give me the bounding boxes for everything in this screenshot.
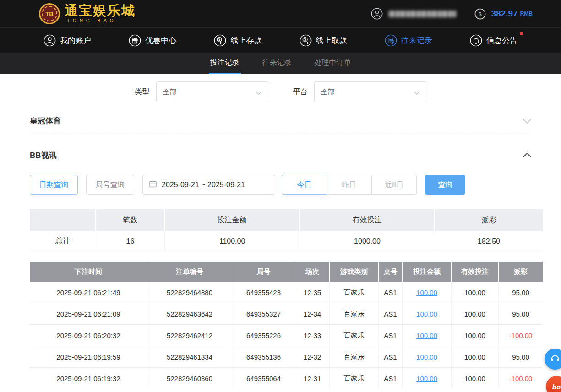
yesterday-button[interactable]: 昨日: [327, 175, 372, 195]
calendar-icon: [149, 180, 157, 190]
gift-icon: [129, 34, 141, 47]
valid-bet-cell: 100.00: [452, 325, 499, 346]
table-no-cell: AS1: [379, 282, 403, 303]
platform-select[interactable]: 全部: [314, 81, 426, 102]
platform-select-value: 全部: [321, 88, 335, 97]
payout-value: -100.00: [499, 325, 543, 346]
section-title: 皇冠体育: [30, 116, 61, 126]
section-crown-sports[interactable]: 皇冠体育: [30, 108, 531, 134]
nav-item-deposit[interactable]: $ 线上存款: [214, 34, 261, 47]
bet-amount-link[interactable]: 100.00: [416, 310, 437, 318]
column-header: 场次: [295, 262, 330, 282]
deposit-icon: $: [214, 34, 226, 47]
search-button[interactable]: 查询: [425, 175, 465, 195]
bet-amount-link[interactable]: 100.00: [416, 332, 437, 339]
chevron-down-icon[interactable]: [523, 117, 531, 125]
bet-amount-link[interactable]: 100.00: [416, 289, 437, 296]
column-header: 桌号: [379, 262, 403, 282]
valid-bet-cell: 100.00: [452, 303, 499, 325]
last-8-days-button[interactable]: 近8日: [371, 175, 417, 195]
chevron-down-icon: [256, 88, 261, 96]
summary-table: 笔数 投注金额 有效投注 派彩 总计 16 1100.00 1000.00 18…: [30, 209, 531, 252]
nav-item-announcements[interactable]: 信息公告: [470, 34, 517, 47]
summary-corner-cell: [30, 209, 96, 231]
bet-amount-cell: 100.00: [403, 346, 452, 368]
logo-chip-label: TB: [45, 11, 53, 17]
withdraw-icon: $: [300, 34, 312, 47]
filter-row: 类型 全部 平台 全部: [0, 74, 561, 108]
nav-label: 线上取款: [316, 35, 347, 46]
balance-amount: 382.97: [491, 9, 518, 19]
payout-value: -100.00: [499, 368, 543, 389]
date-query-button[interactable]: 日期查询: [30, 175, 78, 195]
logo-subtitle: TONG BAO: [65, 19, 136, 23]
payout-value: 95.00: [499, 282, 543, 303]
round-query-button[interactable]: 局号查询: [86, 175, 134, 195]
summary-header: 派彩: [435, 209, 543, 231]
section-title: BB视讯: [30, 150, 57, 161]
summary-header: 笔数: [96, 209, 165, 231]
bet-time-cell: 2025-09-21 06:20:32: [30, 325, 147, 346]
nav-item-transaction-records[interactable]: 往来记录: [385, 34, 432, 47]
platform-filter-label: 平台: [293, 87, 308, 97]
round-no-cell: 649355327: [232, 303, 295, 325]
section-bb-video[interactable]: BB视讯: [30, 134, 531, 171]
notification-dot: [520, 32, 523, 35]
svg-text:$: $: [218, 38, 221, 42]
nav-item-withdraw[interactable]: $ 线上取款: [300, 34, 347, 47]
nav-label: 信息公告: [486, 35, 517, 46]
sub-tab-bar: 投注记录 往来记录 处理中订单: [0, 53, 561, 74]
column-header: 派彩: [499, 262, 543, 282]
query-controls: 日期查询 局号查询 2025-09-21 ~ 2025-09-21 今日 昨日 …: [30, 175, 531, 195]
bet-amount-cell: 100.00: [403, 303, 452, 325]
page: TB 通宝娱乐城 TONG BAO $ 382.97 RMB 我的账户: [0, 0, 561, 392]
table-no-cell: AS1: [379, 368, 403, 389]
tab-bet-records[interactable]: 投注记录: [209, 53, 241, 74]
nav-label: 我的账户: [60, 35, 91, 46]
headset-icon: [550, 353, 560, 365]
valid-bet-cell: 100.00: [452, 346, 499, 368]
valid-bet-cell: 100.00: [452, 282, 499, 303]
type-filter-label: 类型: [135, 87, 150, 97]
game-type-cell: 百家乐: [330, 282, 379, 303]
column-header: 局号: [232, 262, 295, 282]
table-no-cell: AS1: [379, 346, 403, 368]
session-cell: 12-32: [295, 346, 330, 368]
game-type-cell: 百家乐: [330, 346, 379, 368]
bet-no-cell: 522829460360: [147, 368, 232, 389]
round-no-cell: 649355064: [232, 368, 295, 389]
round-no-cell: 649355136: [232, 346, 295, 368]
bet-amount-cell: 100.00: [403, 325, 452, 346]
date-range-value: 2025-09-21 ~ 2025-09-21: [162, 181, 245, 189]
svg-text:$: $: [304, 38, 306, 42]
promo-float-label: bo: [552, 383, 561, 391]
nav-item-my-account[interactable]: 我的账户: [44, 34, 91, 47]
logo-chip-icon: TB: [39, 3, 60, 24]
bet-amount-link[interactable]: 100.00: [416, 375, 437, 382]
bet-amount-link[interactable]: 100.00: [416, 353, 437, 361]
bet-no-cell: 522829462412: [147, 325, 232, 346]
account-summary: $ 382.97 RMB: [371, 8, 533, 20]
balance-currency: RMB: [520, 11, 533, 17]
tab-transaction-records[interactable]: 往来记录: [261, 53, 293, 74]
logo-text: 通宝娱乐城 TONG BAO: [65, 4, 136, 23]
tab-pending-orders[interactable]: 处理中订单: [313, 53, 353, 74]
type-select[interactable]: 全部: [156, 81, 268, 102]
nav-item-promotions[interactable]: 优惠中心: [129, 34, 176, 47]
site-logo[interactable]: TB 通宝娱乐城 TONG BAO: [39, 3, 136, 24]
bet-no-cell: 522829461334: [147, 346, 232, 368]
chevron-up-icon[interactable]: [523, 151, 531, 159]
account-icon: [44, 34, 56, 47]
column-header: 投注金额: [403, 262, 452, 282]
nav-label: 优惠中心: [145, 35, 176, 46]
summary-total-label: 总计: [30, 231, 96, 252]
payout-value: 95.00: [499, 346, 543, 368]
username-redacted[interactable]: [388, 11, 456, 17]
today-button[interactable]: 今日: [282, 175, 327, 195]
nav-label: 线上存款: [230, 35, 261, 46]
quick-range-group: 今日 昨日 近8日: [282, 175, 417, 195]
game-type-cell: 百家乐: [330, 303, 379, 325]
bet-records-table: 下注时间 注单编号 局号 场次 游戏类别 桌号 投注金额 有效投注 派彩 202…: [30, 262, 531, 389]
table-no-cell: AS1: [379, 325, 403, 346]
date-range-input[interactable]: 2025-09-21 ~ 2025-09-21: [142, 175, 275, 195]
